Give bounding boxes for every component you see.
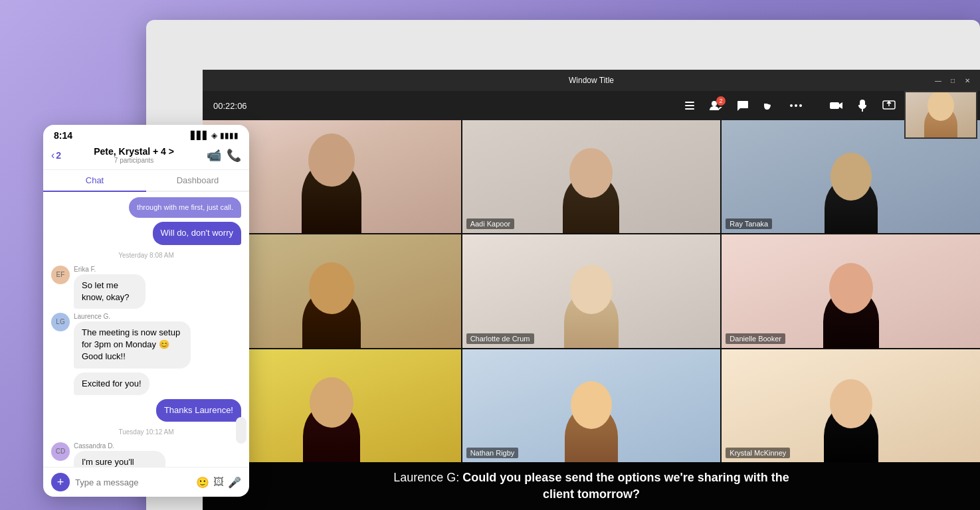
message-row-erika: EF Erika F. So let me know, okay? (51, 266, 241, 309)
svg-point-5 (790, 104, 793, 107)
meeting-timer: 00:22:06 (213, 101, 247, 111)
video-cell-8: Nathan Rigby (462, 349, 721, 462)
video-grid: Aadi Kapoor Ray Tanaka C (203, 120, 980, 462)
svg-rect-8 (830, 102, 839, 109)
chat-actions: 📹 📞 (207, 148, 241, 163)
chat-header: ‹ 2 Pete, Krystal + 4 > 7 participants 📹… (43, 143, 249, 170)
participant-label-3: Ray Tanaka (726, 218, 772, 229)
video-call-icon[interactable]: 📹 (207, 148, 221, 163)
window-controls: — □ ✕ (933, 76, 972, 85)
message-row-laurence-1: LG Laurence G. The meeting is now setup … (51, 313, 241, 369)
svg-rect-2 (685, 108, 694, 110)
phone-status-icons: ▋▋▋ ◈ ▮▮▮▮ (191, 131, 239, 140)
caption-content: Could you please send the options we're … (462, 471, 789, 501)
video-cell-6: Danielle Booker (722, 234, 980, 347)
avatar-laurence: LG (51, 313, 70, 331)
participant-label-2: Aadi Kapoor (466, 218, 515, 229)
back-count: 2 (56, 150, 61, 161)
mic-icon[interactable] (850, 94, 874, 118)
wifi-icon: ◈ (211, 131, 217, 140)
message-input[interactable] (75, 477, 191, 487)
input-icons: 🙂 🖼 🎤 (196, 476, 241, 489)
message-bubble-1: through with me first, just call. (129, 197, 241, 218)
phone-time: 8:14 (54, 130, 72, 141)
chat-title-info: Pete, Krystal + 4 > 7 participants (66, 146, 201, 164)
more-options-icon[interactable] (784, 94, 808, 118)
share-screen-icon[interactable] (877, 94, 901, 118)
self-view (904, 91, 977, 139)
image-icon[interactable]: 🖼 (213, 476, 224, 489)
svg-rect-1 (685, 105, 694, 106)
participant-label-9: Krystal McKinney (726, 448, 790, 458)
svg-rect-0 (685, 102, 694, 103)
message-bubble-thanks: Thanks Laurence! (156, 399, 241, 422)
meeting-toolbar: 00:22:06 2 (203, 91, 980, 120)
participants-icon[interactable]: 2 (704, 94, 728, 118)
signal-icon: ▋▋▋ (191, 131, 209, 140)
video-cell-2: Aadi Kapoor (462, 120, 721, 233)
message-bubble-2: Will do, don't worry (153, 222, 241, 244)
window-title: Window Title (569, 76, 614, 85)
svg-point-7 (799, 104, 802, 107)
participant-label-8: Nathan Rigby (466, 448, 519, 458)
chat-tabs: Chat Dashboard (43, 170, 249, 192)
tab-chat[interactable]: Chat (43, 170, 146, 192)
message-bubble-laurence-1: The meeting is now setup for 3pm on Mond… (74, 321, 191, 369)
message-bubble-laurence-2: Excited for you! (74, 373, 149, 395)
title-bar: Window Title — □ ✕ (203, 70, 980, 91)
sender-cassandra: Cassandra D. (74, 442, 205, 450)
phone-call-icon[interactable]: 📞 (227, 148, 241, 163)
caption-speaker: Laurence G: (393, 471, 459, 484)
tab-dashboard[interactable]: Dashboard (146, 170, 249, 191)
back-chevron-icon: ‹ (51, 149, 54, 161)
camera-icon[interactable] (824, 94, 848, 118)
caption-text: Laurence G: Could you please send the op… (393, 469, 789, 503)
chat-messages[interactable]: through with me first, just call. Will d… (43, 192, 249, 467)
sender-laurence: Laurence G. (74, 313, 241, 320)
timestamp-1: Yesterday 8:08 AM (51, 252, 241, 259)
emoji-icon[interactable]: 🙂 (196, 476, 209, 489)
add-attachment-button[interactable]: + (51, 473, 70, 491)
close-button[interactable]: ✕ (963, 76, 972, 85)
battery-icon: ▮▮▮▮ (220, 131, 239, 140)
participant-label-5: Charlotte de Crum (466, 333, 534, 344)
minimize-button[interactable]: — (933, 76, 943, 85)
mic-input-icon[interactable]: 🎤 (228, 476, 241, 489)
back-button[interactable]: ‹ 2 (51, 149, 61, 161)
message-bubble-erika: So let me know, okay? (74, 274, 146, 309)
maximize-button[interactable]: □ (948, 76, 957, 85)
timestamp-2: Tuesday 10:12 AM (51, 428, 241, 436)
participant-label-6: Danielle Booker (726, 333, 785, 344)
list-icon[interactable] (678, 94, 702, 118)
scroll-indicator (236, 417, 246, 444)
avatar-erika: EF (51, 266, 70, 284)
teams-window: Window Title — □ ✕ 00:22:06 (203, 70, 980, 510)
sender-erika: Erika F. (74, 266, 176, 273)
chat-group-name: Pete, Krystal + 4 > (66, 146, 201, 157)
chat-participants: 7 participants (66, 157, 201, 164)
phone-status-bar: 8:14 ▋▋▋ ◈ ▮▮▮▮ (43, 125, 249, 143)
message-row-cassandra: CD Cassandra D. I'm sure you'll knock 'e… (51, 442, 241, 467)
avatar-cassandra: CD (51, 442, 70, 461)
participants-badge: 2 (716, 96, 726, 106)
raise-hand-icon[interactable] (757, 94, 781, 118)
message-bubble-cassandra: I'm sure you'll knock 'em dead (74, 451, 165, 467)
caption-bar: Laurence G: Could you please send the op… (203, 462, 980, 510)
svg-point-6 (795, 104, 797, 107)
video-cell-9: Krystal McKinney (722, 349, 980, 462)
chat-panel: 8:14 ▋▋▋ ◈ ▮▮▮▮ ‹ 2 Pete, Krystal + 4 > … (43, 125, 249, 497)
chat-input-bar: + 🙂 🖼 🎤 (43, 467, 249, 497)
chat-icon[interactable] (731, 94, 755, 118)
video-cell-5: Charlotte de Crum (462, 234, 721, 347)
